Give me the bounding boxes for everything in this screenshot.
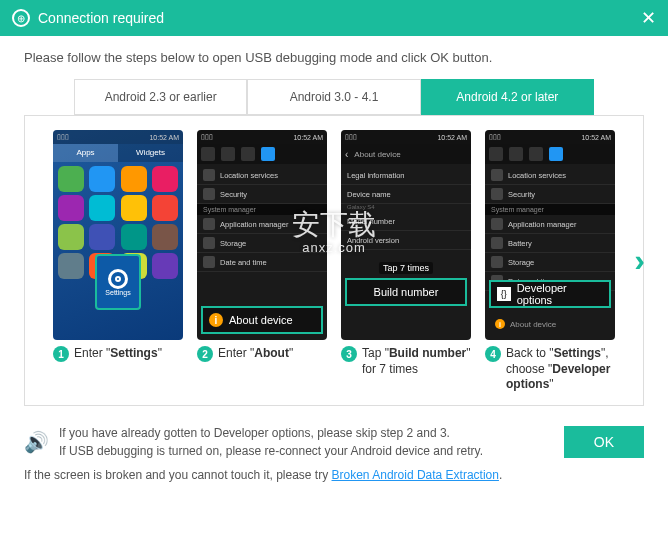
footer-text: If you have already gotten to Developer … xyxy=(59,424,554,460)
step-caption-3: 3 Tap "Build number" for 7 times xyxy=(341,346,471,377)
build-number-highlight: Build number xyxy=(345,278,467,306)
titlebar-left: ⊕ Connection required xyxy=(12,9,164,27)
tap-times-tooltip: Tap 7 times xyxy=(379,262,433,274)
steps-panel: ▯▯▯10:52 AM Apps Widgets Settings xyxy=(24,115,644,406)
step-caption-2: 2 Enter "About" xyxy=(197,346,327,362)
about-device-highlight: i About device xyxy=(201,306,323,334)
app-icon xyxy=(121,195,147,221)
step-text: Back to "Settings", choose "Developer op… xyxy=(506,346,615,393)
app-icon xyxy=(58,224,84,250)
phone-screenshot-3: ▯▯▯10:52 AM ‹About device Legal informat… xyxy=(341,130,471,340)
content: Please follow the steps below to open US… xyxy=(0,36,668,416)
tabs: Android 2.3 or earlier Android 3.0 - 4.1… xyxy=(74,79,594,115)
settings-row: Storage xyxy=(485,253,615,272)
back-icon: ‹ xyxy=(345,149,348,160)
settings-row: Location services xyxy=(485,166,615,185)
app-icon xyxy=(89,195,115,221)
tab-android-2-3[interactable]: Android 2.3 or earlier xyxy=(74,79,247,115)
phone-toolbar xyxy=(197,144,327,164)
next-arrow-icon[interactable]: › xyxy=(634,242,645,279)
about-device-label: About device xyxy=(229,314,293,326)
app-icon xyxy=(152,224,178,250)
app-icon xyxy=(58,195,84,221)
step-number: 1 xyxy=(53,346,69,362)
instruction-text: Please follow the steps below to open US… xyxy=(24,50,644,65)
info-icon: i xyxy=(495,319,505,329)
footer-line-2: If USB debugging is turned on, please re… xyxy=(59,442,554,460)
tab-android-4-2[interactable]: Android 4.2 or later xyxy=(421,79,594,115)
step-3: ▯▯▯10:52 AM ‹About device Legal informat… xyxy=(341,130,471,393)
settings-row: Security xyxy=(485,185,615,204)
info-icon: i xyxy=(209,313,223,327)
settings-label: Settings xyxy=(105,289,130,296)
phone-screenshot-1: ▯▯▯10:52 AM Apps Widgets Settings xyxy=(53,130,183,340)
step-number: 4 xyxy=(485,346,501,362)
phone-hometabs: Apps Widgets xyxy=(53,144,183,162)
close-icon[interactable]: ✕ xyxy=(641,7,656,29)
sub-value: Galaxy S4 xyxy=(341,204,471,212)
app-icon xyxy=(58,253,84,279)
settings-row: Date and time xyxy=(197,253,327,272)
titlebar: ⊕ Connection required ✕ xyxy=(0,0,668,36)
hometab-widgets: Widgets xyxy=(118,144,183,162)
footer: 🔊 If you have already gotten to Develope… xyxy=(0,416,668,468)
developer-options-label: Developer options xyxy=(517,282,603,306)
hometab-apps: Apps xyxy=(53,144,118,162)
bottom-text: If the screen is broken and you cannot t… xyxy=(24,468,332,482)
phone-screenshot-4: ▯▯▯10:52 AM Location services Security S… xyxy=(485,130,615,340)
phone-statusbar: ▯▯▯10:52 AM xyxy=(485,130,615,144)
step-caption-4: 4 Back to "Settings", choose "Developer … xyxy=(485,346,615,393)
bottom-note: If the screen is broken and you cannot t… xyxy=(0,468,668,492)
section-header: System manager xyxy=(485,204,615,215)
settings-row: Battery xyxy=(485,234,615,253)
step-text: Enter "Settings" xyxy=(74,346,162,362)
app-icon xyxy=(89,224,115,250)
footer-line-1: If you have already gotten to Developer … xyxy=(59,424,554,442)
app-icon xyxy=(152,166,178,192)
gear-icon xyxy=(108,269,128,289)
step-text: Tap "Build number" for 7 times xyxy=(362,346,471,377)
shield-icon: ⊕ xyxy=(12,9,30,27)
app-icon xyxy=(58,166,84,192)
settings-row: Model number xyxy=(341,212,471,231)
app-icon xyxy=(152,195,178,221)
settings-row: Legal information xyxy=(341,166,471,185)
settings-list: Location services Security System manage… xyxy=(197,164,327,274)
build-number-label: Build number xyxy=(374,286,439,298)
step-number: 2 xyxy=(197,346,213,362)
settings-row: Application manager xyxy=(197,215,327,234)
phone-screenshot-2: ▯▯▯10:52 AM Location services Security S… xyxy=(197,130,327,340)
settings-row: Storage xyxy=(197,234,327,253)
title-text: Connection required xyxy=(38,10,164,26)
phone-statusbar: ▯▯▯10:52 AM xyxy=(53,130,183,144)
settings-row: Location services xyxy=(197,166,327,185)
settings-app-highlight: Settings xyxy=(95,254,141,310)
step-2: ▯▯▯10:52 AM Location services Security S… xyxy=(197,130,327,393)
step-1: ▯▯▯10:52 AM Apps Widgets Settings xyxy=(53,130,183,393)
about-list: Legal information Device name Galaxy S4 … xyxy=(341,164,471,252)
phone-statusbar: ▯▯▯10:52 AM xyxy=(341,130,471,144)
steps-row: ▯▯▯10:52 AM Apps Widgets Settings xyxy=(35,130,633,393)
speaker-icon: 🔊 xyxy=(24,430,49,454)
about-device-small: i About device xyxy=(489,314,611,334)
step-4: ▯▯▯10:52 AM Location services Security S… xyxy=(485,130,615,393)
settings-row: Application manager xyxy=(485,215,615,234)
ok-button[interactable]: OK xyxy=(564,426,644,458)
broken-android-link[interactable]: Broken Android Data Extraction xyxy=(332,468,499,482)
section-header: System manager xyxy=(197,204,327,215)
app-icon xyxy=(152,253,178,279)
phone-toolbar: ‹About device xyxy=(341,144,471,164)
tab-android-3-0[interactable]: Android 3.0 - 4.1 xyxy=(247,79,420,115)
about-header: About device xyxy=(354,150,400,159)
app-icon xyxy=(121,166,147,192)
settings-list: Location services Security System manage… xyxy=(485,164,615,293)
step-caption-1: 1 Enter "Settings" xyxy=(53,346,183,362)
step-text: Enter "About" xyxy=(218,346,293,362)
app-icon xyxy=(121,224,147,250)
developer-options-highlight: {} Developer options xyxy=(489,280,611,308)
settings-row: Device name xyxy=(341,185,471,204)
phone-statusbar: ▯▯▯10:52 AM xyxy=(197,130,327,144)
settings-row: Android version xyxy=(341,231,471,250)
step-number: 3 xyxy=(341,346,357,362)
app-icon xyxy=(89,166,115,192)
